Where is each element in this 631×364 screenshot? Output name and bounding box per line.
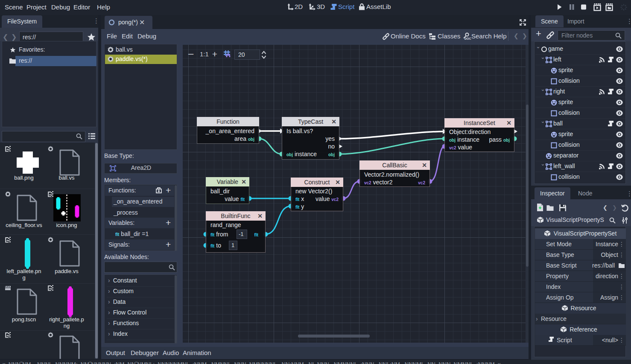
svg-text:DOC: DOC: [464, 37, 471, 40]
